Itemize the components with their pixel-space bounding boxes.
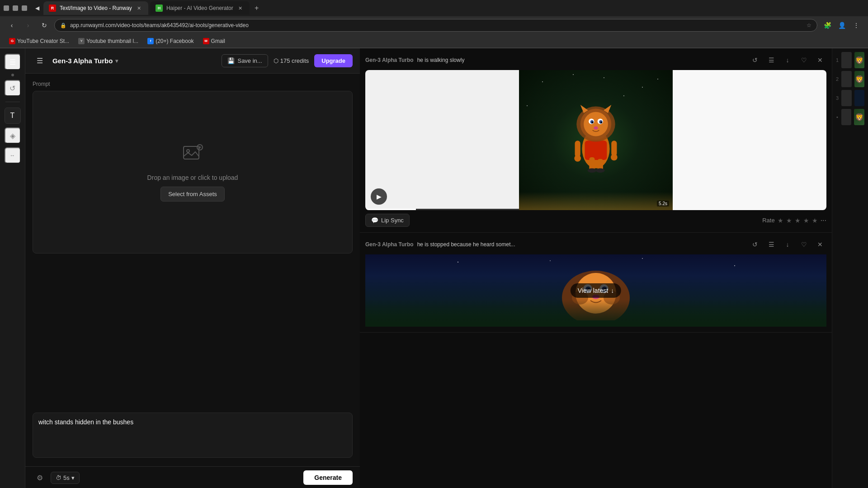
address-bar[interactable]: 🔒 app.runwayml.com/video-tools/teams/ak6… [54, 19, 817, 32]
thumb-2b-preview: 🦁 [854, 71, 864, 87]
thumb-item-2[interactable]: 2 🦁 [836, 71, 864, 87]
bookmark-favicon-thumb: Y [78, 38, 85, 44]
lip-sync-button[interactable]: 💬 Lip Sync [365, 214, 410, 227]
video-card-2: Gen-3 Alpha Turbo he is stopped because … [360, 233, 832, 333]
bookmark-facebook[interactable]: f (20+) Facebook [144, 37, 197, 45]
reload-button[interactable]: ↻ [38, 19, 51, 32]
nav-bar: ‹ › ↻ 🔒 app.runwayml.com/video-tools/tea… [0, 16, 868, 34]
thumb-item-1[interactable]: 1 🦁 [836, 52, 864, 68]
back-arrow-icon[interactable]: ◀ [33, 4, 42, 13]
sidebar-menu-icon[interactable]: ☰ [5, 54, 21, 70]
view-latest-label: View latest [578, 287, 608, 294]
thumb-item-3[interactable]: 3 [836, 90, 864, 106]
tab-close-runway[interactable]: ✕ [136, 5, 143, 12]
rate-label: Rate [762, 217, 774, 224]
video-frame-1-center: 5.2s [519, 70, 673, 210]
star-3-icon[interactable]: ★ [795, 217, 801, 224]
duration-select[interactable]: ⏱ 5s ▾ [51, 472, 80, 484]
thumb-item-4[interactable]: • 🦁 [836, 109, 864, 125]
bookmark-youtube-thumb[interactable]: Y Youtube thumbnail l... [75, 37, 142, 45]
window-controls [4, 5, 27, 11]
save-button[interactable]: 💾 Save in... [222, 54, 268, 67]
bookmark-favicon-fb: f [147, 38, 154, 44]
video2-list-button[interactable]: ☰ [765, 238, 778, 251]
video2-heart-button[interactable]: ♡ [797, 238, 810, 251]
thumb-image-4b: 🦁 [854, 109, 864, 125]
svg-point-22 [592, 122, 594, 123]
view-latest-overlay[interactable]: View latest ↓ [571, 283, 621, 298]
settings-icon-button[interactable]: ⚙ [33, 470, 47, 485]
generate-button[interactable]: Generate [303, 470, 353, 485]
bookmark-youtube-creator[interactable]: G YouTube Creator St... [5, 37, 73, 45]
tab-haiper[interactable]: H Haiper - AI Video Generator ✕ [150, 1, 250, 15]
sidebar-text-icon[interactable]: T [5, 108, 21, 124]
toolbar-bottom: ⚙ ⏱ 5s ▾ Generate [25, 466, 360, 488]
model-selector[interactable]: Gen-3 Alpha Turbo ▾ [52, 57, 118, 65]
prompt-section: Prompt Drop an image or click to upload [25, 74, 360, 413]
tab-close-haiper[interactable]: ✕ [237, 5, 244, 12]
image-upload-area[interactable]: Drop an image or click to upload Select … [33, 91, 353, 253]
browser-chrome: ◀ R Text/Image to Video - Runway ✕ H Hai… [0, 0, 868, 48]
svg-point-1 [187, 150, 189, 152]
thumb-3b-preview [854, 90, 864, 106]
thumb-image-1b: 🦁 [854, 52, 864, 68]
thumb-1b-preview: 🦁 [854, 52, 864, 68]
new-tab-button[interactable]: + [251, 3, 262, 14]
svg-rect-6 [585, 141, 607, 160]
chevron-down-icon: ▾ [115, 58, 118, 64]
video-card-1-header: Gen-3 Alpha Turbo he is walking slowly ↺… [365, 54, 826, 66]
sidebar: ☰ ↺ T ◈ ↔ [0, 48, 25, 488]
lock-icon: 🔒 [60, 23, 66, 28]
thumb-4b-preview: 🦁 [854, 109, 864, 125]
extensions-button[interactable]: 🧩 [821, 19, 834, 32]
video-refresh-button[interactable]: ↺ [749, 54, 761, 66]
video-card-2-title: Gen-3 Alpha Turbo he is stopped because … [365, 241, 515, 248]
video-download-button[interactable]: ↓ [781, 54, 794, 66]
thumb-2-preview [841, 71, 851, 87]
timeline-bar [365, 209, 519, 210]
sidebar-refresh-icon[interactable]: ↺ [5, 80, 21, 96]
minimize-button[interactable] [4, 5, 9, 11]
star-2-icon[interactable]: ★ [786, 217, 792, 224]
star-4-icon[interactable]: ★ [803, 217, 809, 224]
thumb-4-preview [841, 109, 852, 125]
video2-refresh-button[interactable]: ↺ [749, 238, 761, 251]
bookmark-label-gmail: Gmail [211, 38, 225, 44]
close-button[interactable] [22, 5, 27, 11]
prompt-label: Prompt [33, 81, 353, 87]
menu-button[interactable]: ⋮ [850, 19, 863, 32]
thumb-1-preview [841, 52, 851, 68]
maximize-button[interactable] [13, 5, 18, 11]
play-button[interactable]: ▶ [371, 188, 387, 205]
thumb-image-4 [841, 109, 852, 125]
video2-close-button[interactable]: ✕ [814, 238, 826, 251]
video-close-button[interactable]: ✕ [814, 54, 826, 66]
profile-button[interactable]: 👤 [835, 19, 848, 32]
hamburger-menu-button[interactable]: ☰ [33, 54, 47, 68]
upgrade-button[interactable]: Upgrade [314, 54, 353, 67]
select-assets-button[interactable]: Select from Assets [160, 187, 225, 202]
lip-sync-label: Lip Sync [381, 217, 404, 224]
more-options-button[interactable]: ··· [821, 216, 826, 225]
video2-download-button[interactable]: ↓ [781, 238, 794, 251]
video-heart-button[interactable]: ♡ [797, 54, 810, 66]
tab-runway[interactable]: R Text/Image to Video - Runway ✕ [43, 1, 148, 15]
video-strip-1: ▶ [365, 70, 826, 210]
thumb-number-4: • [836, 114, 839, 120]
header-right: 💾 Save in... ⬡ 175 credits Upgrade [222, 54, 353, 67]
bookmark-gmail[interactable]: M Gmail [199, 37, 229, 45]
text-prompt-input[interactable] [33, 413, 353, 458]
app-header: ☰ Gen-3 Alpha Turbo ▾ 💾 Save in... ⬡ 175… [25, 48, 360, 74]
sidebar-divider-1 [5, 102, 20, 102]
forward-button[interactable]: › [22, 19, 34, 32]
sidebar-layers-icon[interactable]: ◈ [5, 127, 21, 144]
upload-text: Drop an image or click to upload [147, 174, 238, 181]
thumb-image-1 [841, 52, 851, 68]
bookmark-star-icon[interactable]: ☆ [807, 22, 811, 28]
back-button[interactable]: ‹ [5, 19, 18, 32]
sidebar-expand-icon[interactable]: ↔ [5, 147, 21, 164]
star-1-icon[interactable]: ★ [778, 217, 783, 224]
star-5-icon[interactable]: ★ [812, 217, 818, 224]
sidebar-dot [11, 74, 14, 76]
video-list-button[interactable]: ☰ [765, 54, 778, 66]
